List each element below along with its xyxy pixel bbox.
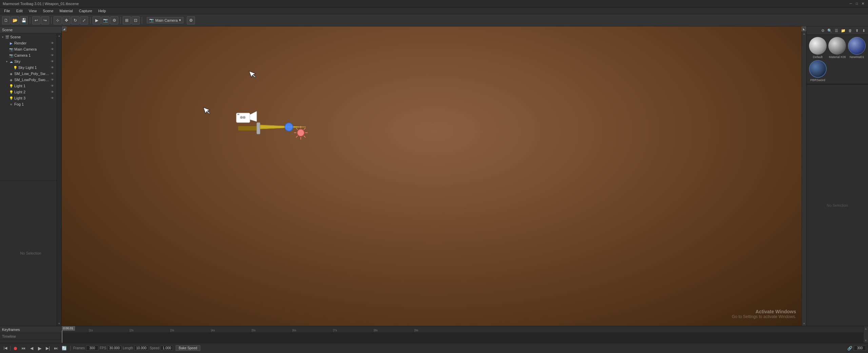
expand-icon-sky[interactable]: ▾ (5, 59, 9, 63)
sky-eye-icon[interactable]: 👁 (50, 59, 55, 64)
select-btn[interactable]: ⊹ (54, 16, 62, 24)
material-28-sphere[interactable] (828, 37, 846, 55)
render-btn[interactable]: ▶ (93, 16, 101, 24)
expand-icon-sword01[interactable] (5, 72, 9, 76)
tl-end-frame[interactable]: 300 (854, 346, 866, 351)
tree-item-light3[interactable]: 💡 Light 3 👁 🔒 (0, 95, 61, 101)
fps-value[interactable]: 30.000 (107, 346, 121, 351)
tree-item-fog1[interactable]: ≈ Fog 1 🔒 (0, 101, 61, 107)
save-btn[interactable]: 💾 (20, 16, 28, 24)
vp-corner-tr[interactable]: ◣ (802, 26, 806, 31)
tl-play-btn[interactable]: ▶ (36, 345, 43, 352)
vp-scroll-down[interactable]: ▼ (802, 321, 806, 326)
redo-btn[interactable]: ↪ (41, 16, 49, 24)
vp-scroll-up[interactable]: ▲ (802, 31, 806, 36)
tl-record-btn[interactable]: ⏺ (12, 345, 19, 352)
tree-item-sword003[interactable]: ◈ SM_LowPoly_Sword_003 👁 🔒 (0, 77, 61, 83)
grid-btn[interactable]: ⊞ (123, 16, 131, 24)
undo-btn[interactable]: ↩ (32, 16, 40, 24)
rp-down-icon[interactable]: ⬇ (861, 27, 867, 34)
speed-value[interactable]: 1.000 (161, 346, 173, 351)
expand-icon-light2[interactable] (5, 90, 9, 94)
bake-speed-btn[interactable]: Bake Speed (176, 345, 200, 351)
expand-icon-sky-light1[interactable] (9, 66, 13, 70)
menu-view[interactable]: View (26, 8, 40, 14)
rp-up-icon[interactable]: ⬆ (854, 27, 860, 34)
material-default[interactable]: Default (809, 37, 827, 59)
material-newmat01[interactable]: NewMat01 (848, 37, 866, 59)
scene-scroll[interactable]: ▲ ▼ (57, 33, 61, 326)
material-28[interactable]: Material #28 (828, 37, 847, 59)
menu-scene[interactable]: Scene (40, 8, 56, 14)
maximize-btn[interactable]: □ (854, 1, 859, 6)
material-newmat01-sphere[interactable] (848, 37, 866, 55)
tree-item-light1[interactable]: 💡 Light 1 👁 🔒 (0, 83, 61, 89)
expand-icon-main-camera[interactable] (5, 47, 9, 51)
tl-next-key-btn[interactable]: ⏭ (53, 345, 59, 352)
rp-search-icon[interactable]: 🔍 (827, 27, 833, 34)
tree-item-scene[interactable]: ▾ 🎬 Scene 👁 (0, 34, 61, 40)
viewport-settings-btn[interactable]: ⚙ (187, 16, 195, 24)
tree-item-camera1[interactable]: 📷 Camera 1 👁 🔒 (0, 52, 61, 58)
expand-icon-light3[interactable] (5, 96, 9, 100)
menu-help[interactable]: Help (96, 8, 109, 14)
tree-item-render[interactable]: ▶ Render 👁 🔒 (0, 40, 61, 46)
wireframe-btn[interactable]: ⊡ (132, 16, 140, 24)
tl-scroll-down[interactable]: ▼ (864, 338, 868, 343)
material-pbrsword[interactable]: PBRSword (809, 60, 827, 82)
expand-icon-camera1[interactable] (5, 53, 9, 57)
timeline-content[interactable] (62, 333, 863, 343)
camera1-eye-icon[interactable]: 👁 (50, 53, 55, 58)
tl-left-marker[interactable]: |◀ (2, 345, 9, 352)
tree-item-sky-light1[interactable]: 💡 Sky Light 1 👁 🔒 (0, 64, 61, 71)
window-controls[interactable]: ─ □ ✕ (848, 1, 865, 6)
viewport[interactable]: ◢ ◣ (62, 26, 806, 326)
open-btn[interactable]: 📂 (11, 16, 19, 24)
material-default-sphere[interactable] (809, 37, 827, 55)
vp-corner-tl[interactable]: ◢ (62, 26, 66, 31)
tree-item-sword01[interactable]: ◈ SM_Low_Poly_Sword_01 👁 🔒 (0, 71, 61, 77)
rp-delete-icon[interactable]: 🗑 (847, 27, 853, 34)
light3-eye-icon[interactable]: 👁 (50, 96, 55, 100)
frames-value[interactable]: 300 (86, 346, 98, 351)
expand-icon-fog1[interactable] (5, 102, 9, 106)
light1-eye-icon[interactable]: 👁 (50, 83, 55, 88)
light2-eye-icon[interactable]: 👁 (50, 90, 55, 94)
close-btn[interactable]: ✕ (861, 1, 865, 6)
menu-capture[interactable]: Capture (76, 8, 95, 14)
capture-btn[interactable]: 📷 (101, 16, 110, 24)
expand-icon-scene[interactable]: ▾ (1, 35, 5, 39)
tl-next-frame-btn[interactable]: ▶| (44, 345, 51, 352)
minimize-btn[interactable]: ─ (848, 1, 853, 6)
render-eye-icon[interactable]: 👁 (50, 41, 55, 45)
menu-edit[interactable]: Edit (14, 8, 25, 14)
tl-loop-btn[interactable]: 🔄 (61, 345, 67, 352)
new-btn[interactable]: 🗋 (2, 16, 10, 24)
tl-prev-frame-btn[interactable]: ◀ (28, 345, 35, 352)
tree-item-main-camera[interactable]: 📷 Main Camera 👁 🔒 (0, 46, 61, 52)
camera-selector[interactable]: 📷 Main Camera ▾ (147, 17, 183, 23)
tl-lock-icon[interactable]: 🔗 (847, 346, 852, 351)
camera-eye-icon[interactable]: 👁 (50, 47, 55, 52)
scale-btn[interactable]: ⤢ (80, 16, 88, 24)
menu-material[interactable]: Material (57, 8, 76, 14)
expand-icon-render[interactable] (5, 41, 9, 45)
vp-vscroll[interactable]: ▲ ▼ (802, 31, 806, 326)
rp-settings-icon[interactable]: ⚙ (820, 27, 826, 34)
sword01-eye-icon[interactable]: 👁 (50, 71, 55, 76)
sky-light1-eye-icon[interactable]: 👁 (50, 65, 55, 70)
tl-scroll-up[interactable]: ▲ (864, 326, 868, 331)
length-value[interactable]: 10.000 (135, 346, 149, 351)
scroll-down-btn[interactable]: ▼ (57, 321, 61, 326)
expand-icon-light1[interactable] (5, 84, 9, 88)
settings-btn[interactable]: ⚙ (110, 16, 118, 24)
tree-item-sky[interactable]: ▾ ☁ Sky 👁 🔒 (0, 58, 61, 64)
menu-file[interactable]: File (1, 8, 13, 14)
tl-vscroll[interactable]: ▲ ▼ (863, 326, 868, 343)
rotate-btn[interactable]: ↻ (71, 16, 79, 24)
tl-prev-key-btn[interactable]: ⏮ (20, 345, 27, 352)
material-pbrsword-sphere[interactable] (809, 60, 827, 78)
sword003-eye-icon[interactable]: 👁 (50, 77, 55, 82)
rp-folder-icon[interactable]: 📁 (840, 27, 846, 34)
rp-list-icon[interactable]: ☰ (833, 27, 840, 34)
